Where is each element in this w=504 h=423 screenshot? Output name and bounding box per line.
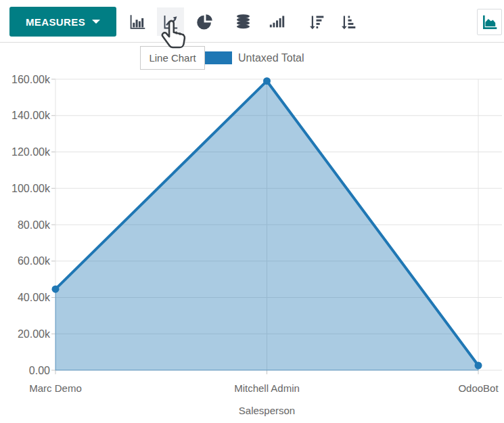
legend-swatch xyxy=(203,51,232,64)
x-tick-label: OdooBot xyxy=(458,382,499,394)
x-tick-label: Mitchell Admin xyxy=(234,382,300,394)
y-tick-label: 140.00k xyxy=(12,110,51,121)
y-tick-label: 120.00k xyxy=(12,146,51,158)
y-tick-label: 20.00k xyxy=(18,328,51,340)
data-point[interactable] xyxy=(475,362,482,370)
x-tick-label: Marc Demo xyxy=(29,382,82,394)
data-point[interactable] xyxy=(52,286,60,293)
legend-label: Untaxed Total xyxy=(238,52,304,64)
graph-view: 0.0020.00k40.00k60.00k80.00k100.00k120.0… xyxy=(0,0,504,423)
x-axis-title: Salesperson xyxy=(239,405,295,416)
y-tick-label: 80.00k xyxy=(18,219,51,231)
legend-item[interactable]: Untaxed Total xyxy=(203,51,304,64)
y-tick-label: 60.00k xyxy=(18,255,51,267)
y-tick-label: 40.00k xyxy=(18,292,51,303)
y-tick-label: 0.00 xyxy=(29,365,50,376)
tooltip-text: Line Chart xyxy=(149,52,196,64)
data-point[interactable] xyxy=(263,77,271,85)
tooltip: Line Chart xyxy=(140,46,205,70)
y-tick-label: 100.00k xyxy=(12,183,51,194)
y-tick-label: 160.00k xyxy=(12,74,51,85)
